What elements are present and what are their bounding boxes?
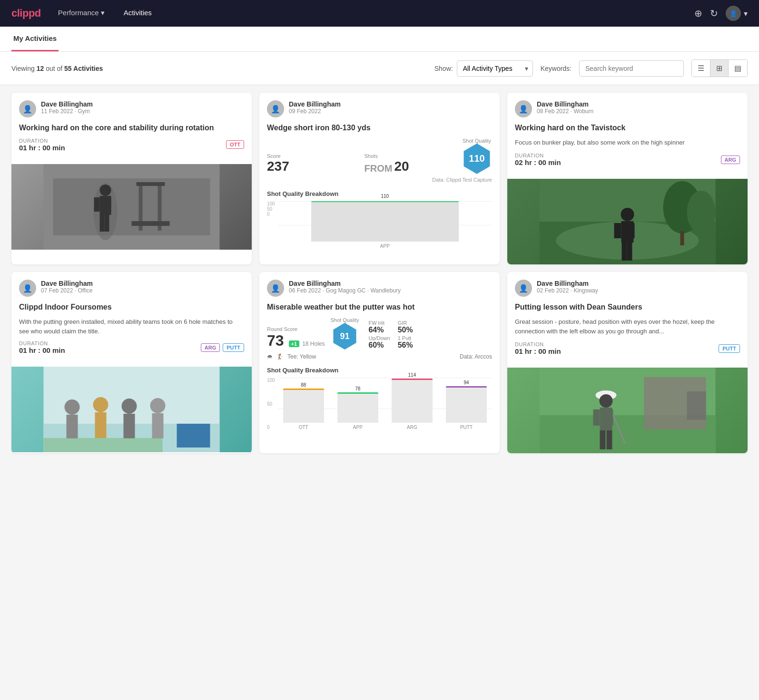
svg-point-31 xyxy=(122,399,137,414)
svg-rect-18 xyxy=(614,223,621,238)
chart-title: Shot Quality Breakdown xyxy=(267,190,492,197)
tee-label: Tee: Yellow xyxy=(287,353,316,360)
avatar: 👤 xyxy=(726,6,741,21)
activity-card-foursomes[interactable]: 👤 Dave Billingham 07 Feb 2022 · Office C… xyxy=(11,272,252,453)
activity-card-wedge[interactable]: 👤 Dave Billingham 09 Feb 2022 Wedge shor… xyxy=(259,93,500,264)
user-meta: 08 Feb 2022 · Woburn xyxy=(537,108,593,115)
brand-logo[interactable]: clippd xyxy=(11,7,41,19)
oneputt-value: 56% xyxy=(398,341,419,350)
chevron-down-icon: ▾ xyxy=(101,9,105,17)
card-body-gym: 👤 Dave Billingham 11 Feb 2022 · Gym Work… xyxy=(11,93,252,164)
keywords-label: Keywords: xyxy=(541,65,572,72)
svg-rect-5 xyxy=(132,221,170,226)
svg-point-23 xyxy=(687,191,716,233)
user-name: Dave Billingham xyxy=(537,100,593,108)
activity-card-putting-lesson[interactable]: 👤 Dave Billingham 02 Feb 2022 · Kingsway… xyxy=(507,272,748,453)
activity-card-gym[interactable]: 👤 Dave Billingham 11 Feb 2022 · Gym Work… xyxy=(11,93,252,264)
fw-hit-value: 64% xyxy=(368,326,390,334)
svg-rect-46 xyxy=(600,430,606,449)
viewing-out-of-text: out of xyxy=(46,65,62,72)
duration-block: Duration 01 hr : 00 min xyxy=(19,340,65,354)
shots-stat: Shots FROM 20 xyxy=(365,153,462,174)
duration-label: Duration xyxy=(19,340,65,346)
card-body-tavistock: 👤 Dave Billingham 08 Feb 2022 · Woburn W… xyxy=(507,93,748,179)
grid-view-button[interactable]: ⊞ xyxy=(710,60,729,77)
activity-card-tavistock[interactable]: 👤 Dave Billingham 08 Feb 2022 · Woburn W… xyxy=(507,93,748,264)
round-score-value: 73 xyxy=(267,332,284,350)
svg-rect-20 xyxy=(622,243,627,261)
svg-point-33 xyxy=(150,398,166,413)
user-name: Dave Billingham xyxy=(289,280,401,287)
card-header: 👤 Dave Billingham 02 Feb 2022 · Kingsway xyxy=(515,280,740,297)
user-meta: 09 Feb 2022 xyxy=(289,108,341,115)
data-source: Data: Arccos xyxy=(320,353,492,360)
bar-arg: 114 ARG xyxy=(386,379,438,430)
compact-view-button[interactable]: ▤ xyxy=(729,60,747,77)
avatar: 👤 xyxy=(267,280,284,297)
user-menu[interactable]: 👤 ▾ xyxy=(726,6,748,21)
duration-row: Duration 01 hr : 00 min ARG PUTT xyxy=(19,340,244,354)
gir-label: GIR xyxy=(398,320,419,326)
activity-title: Working hard on the core and stability d… xyxy=(19,123,244,133)
viewing-info: Viewing 12 out of 55 Activities xyxy=(11,65,427,72)
card-header: 👤 Dave Billingham 06 Feb 2022 · Gog Mago… xyxy=(267,280,492,297)
chart-y-labels: 100 50 0 xyxy=(267,201,275,226)
duration-block: Duration 01 hr : 00 min xyxy=(19,138,65,152)
tag-arg: ARG xyxy=(721,156,740,164)
add-activity-icon[interactable]: ⊕ xyxy=(694,8,702,19)
card-tags: OTT xyxy=(226,140,244,149)
bar-ott: 88 OTT xyxy=(278,389,329,430)
viewing-total: 55 Activities xyxy=(64,65,103,72)
svg-rect-47 xyxy=(607,430,612,449)
navbar: clippd Performance ▾ Activities ⊕ ↻ 👤 ▾ xyxy=(0,0,759,27)
chart-area: Shot Quality Breakdown 100 50 0 xyxy=(267,363,492,439)
tag-ott: OTT xyxy=(226,140,244,149)
user-name: Dave Billingham xyxy=(41,100,93,108)
user-meta: 07 Feb 2022 · Office xyxy=(41,287,93,294)
svg-rect-4 xyxy=(137,182,165,186)
svg-point-42 xyxy=(600,394,613,408)
svg-point-27 xyxy=(65,399,80,415)
card-body-round: 👤 Dave Billingham 06 Feb 2022 · Gog Mago… xyxy=(259,272,500,447)
search-input[interactable] xyxy=(579,60,684,77)
svg-rect-36 xyxy=(44,438,163,452)
activity-title: Miserable weather but the putter was hot xyxy=(267,302,492,312)
refresh-icon[interactable]: ↻ xyxy=(710,8,718,19)
svg-rect-35 xyxy=(177,424,210,447)
show-label: Show: xyxy=(434,65,453,72)
tab-my-activities[interactable]: My Activities xyxy=(11,27,59,51)
duration-label: Duration xyxy=(19,138,65,144)
nav-performance[interactable]: Performance ▾ xyxy=(56,0,107,27)
chart-area: Shot Quality Breakdown 100 50 0 1 xyxy=(267,186,492,249)
nav-icons: ⊕ ↻ 👤 ▾ xyxy=(694,6,748,21)
card-body-putting-lesson: 👤 Dave Billingham 02 Feb 2022 · Kingsway… xyxy=(507,272,748,368)
user-info: Dave Billingham 11 Feb 2022 · Gym xyxy=(41,100,93,115)
svg-rect-44 xyxy=(593,409,600,426)
duration-block: Duration 02 hr : 00 min xyxy=(515,153,561,166)
svg-rect-28 xyxy=(67,415,78,438)
activity-type-select[interactable]: All Activity Types On the Course Practic… xyxy=(457,60,533,77)
avatar: 👤 xyxy=(515,280,532,297)
shots-value: FROM xyxy=(365,163,393,174)
extra-stats: FW Hit 64% GIR 50% Up/Down 60% 1 Putt 56… xyxy=(368,320,419,350)
activity-image-tavistock xyxy=(507,179,748,264)
activity-card-round[interactable]: 👤 Dave Billingham 06 Feb 2022 · Gog Mago… xyxy=(259,272,500,453)
user-chevron-icon: ▾ xyxy=(744,9,748,18)
duration-row: Duration 01 hr : 00 min PUTT xyxy=(515,341,740,355)
user-name: Dave Billingham xyxy=(41,280,93,287)
svg-rect-24 xyxy=(680,231,684,245)
y-axis: 100 50 0 xyxy=(267,378,275,439)
nav-activities-label: Activities xyxy=(124,9,152,17)
svg-rect-30 xyxy=(95,412,107,438)
avatar: 👤 xyxy=(19,280,36,297)
activity-title: Clippd Indoor Foursomes xyxy=(19,302,244,312)
nav-activities[interactable]: Activities xyxy=(122,0,154,27)
svg-rect-45 xyxy=(607,409,613,426)
plus-badge: +1 xyxy=(289,340,300,347)
activities-grid: 👤 Dave Billingham 11 Feb 2022 · Gym Work… xyxy=(0,85,759,461)
svg-rect-11 xyxy=(100,215,105,232)
round-score-label: Round Score xyxy=(267,326,325,332)
svg-rect-32 xyxy=(124,414,135,438)
list-view-button[interactable]: ☰ xyxy=(692,60,710,77)
duration-row: Duration 02 hr : 00 min ARG xyxy=(515,153,740,166)
